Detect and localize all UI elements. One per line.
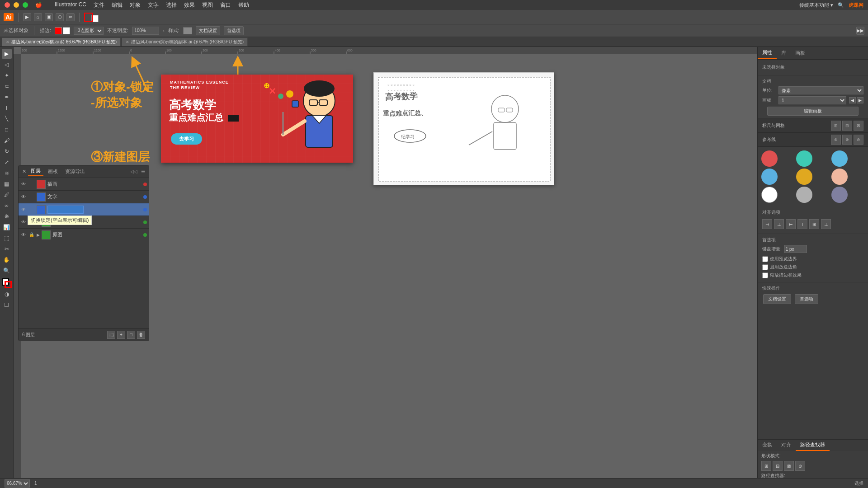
pen-tool[interactable]: ✒	[2, 92, 12, 102]
new-sublayer-btn[interactable]: +	[117, 331, 125, 339]
maximize-dot[interactable]	[23, 2, 28, 8]
grid-toggle-icon[interactable]: ⊟	[842, 121, 852, 131]
align-center-h[interactable]: ⊥	[774, 219, 784, 229]
guide-icon3[interactable]: ⊘	[854, 135, 863, 145]
menu-edit[interactable]: 编辑	[112, 1, 123, 9]
rotate-tool[interactable]: ↻	[2, 146, 12, 156]
delete-layer-btn[interactable]: 🗑	[137, 331, 145, 339]
search-icon[interactable]: 🔍	[838, 2, 844, 8]
doc-settings-btn[interactable]: 文档设置	[196, 26, 220, 35]
tab-transform[interactable]: 变换	[758, 440, 777, 451]
magic-wand-tool[interactable]: ✦	[2, 70, 12, 80]
layer-eye-colors[interactable]: 👁	[20, 219, 27, 225]
selection-tool[interactable]: ▶	[2, 49, 12, 59]
swatch-orange[interactable]	[796, 169, 812, 185]
menu-object[interactable]: 对象	[130, 1, 141, 9]
quick-prefs[interactable]: 首选项	[795, 294, 818, 304]
tab-properties[interactable]: 属性	[758, 47, 777, 59]
tab-align[interactable]: 对齐	[777, 440, 796, 451]
hand-tool[interactable]: ✋	[2, 255, 12, 265]
symbol-tool[interactable]: ❋	[2, 211, 12, 221]
menu-select[interactable]: 选择	[166, 1, 177, 9]
board-select[interactable]: 1	[778, 96, 846, 104]
panel-collapse-btn[interactable]: ◁◁	[130, 169, 137, 174]
rect-tool[interactable]: □	[2, 125, 12, 135]
swatch-gray[interactable]	[796, 187, 812, 203]
edit-board-btn[interactable]: 编辑画板	[767, 107, 859, 116]
ai-tool4[interactable]: ⬡	[56, 13, 64, 21]
align-right[interactable]: ⊢	[786, 219, 796, 229]
layers-tab[interactable]: 图层	[28, 167, 43, 176]
gradient-tool[interactable]: ▦	[2, 179, 12, 189]
layer-item-editing[interactable]: 👁 切换锁定(空白表示可编辑)	[19, 203, 149, 216]
unit-select[interactable]: 像素	[778, 86, 863, 94]
lasso-tool[interactable]: ⊂	[2, 81, 12, 91]
layer-expand-original[interactable]: ▶	[37, 233, 40, 237]
menu-file[interactable]: 文件	[94, 1, 104, 9]
zoom-tool[interactable]: 🔍	[2, 266, 12, 276]
tab-copy[interactable]: ✕ 描边风-banner演示稿的副本.ai @ 67% (RGB/GPU 预览)	[122, 38, 248, 47]
prefs-btn[interactable]: 首选项	[224, 26, 244, 35]
snap-increment-input[interactable]	[784, 245, 807, 253]
panel-toggle-btn[interactable]: ▶▶	[856, 27, 864, 35]
swatch-lavender[interactable]	[831, 187, 848, 203]
menu-window[interactable]: 窗口	[220, 1, 231, 9]
type-tool[interactable]: T	[2, 103, 12, 113]
layer-eye-illustration[interactable]: 👁	[20, 181, 27, 188]
graph-tool[interactable]: 📊	[2, 222, 12, 232]
stroke-square[interactable]	[5, 281, 12, 288]
paint-tool[interactable]: 🖌	[2, 136, 12, 145]
tab-artboards[interactable]: 画板	[791, 48, 810, 58]
slice-tool[interactable]: ✂	[2, 244, 12, 254]
layer-item-text[interactable]: 👁 文字	[19, 191, 149, 203]
exclude-btn[interactable]: ⊘	[795, 461, 805, 471]
menu-illustrator[interactable]: Illustrator CC	[55, 1, 86, 9]
align-center-v[interactable]: ⊞	[809, 219, 819, 229]
panel-menu-btn[interactable]: ☰	[141, 169, 145, 174]
guide-icon2[interactable]: ⊗	[842, 135, 852, 145]
select-tool[interactable]: ▶	[23, 13, 31, 21]
board-prev[interactable]: ◀	[849, 97, 856, 103]
opacity-input[interactable]	[132, 27, 159, 35]
menu-view[interactable]: 视图	[202, 1, 213, 9]
ruler-toggle-icon[interactable]: ⊞	[831, 121, 841, 131]
minus-front-btn[interactable]: ⊟	[773, 461, 783, 471]
layer-eye-original[interactable]: 👁	[20, 232, 27, 238]
new-layer-btn[interactable]: □	[127, 331, 135, 339]
preview-bounds-checkbox[interactable]	[762, 256, 768, 262]
board-next[interactable]: ▶	[857, 97, 863, 103]
minimize-dot[interactable]	[14, 2, 19, 8]
layers-close-btn[interactable]: ✕	[22, 169, 26, 174]
ai-tool3[interactable]: ▣	[45, 13, 53, 21]
swatch-teal[interactable]	[796, 150, 812, 167]
tab-main-close[interactable]: ✕	[6, 40, 9, 44]
layer-lock-text[interactable]	[28, 194, 35, 200]
line-tool[interactable]: ╲	[2, 114, 12, 124]
align-left[interactable]: ⊣	[762, 219, 772, 229]
guide-icon1[interactable]: ⊕	[831, 135, 841, 145]
layer-item-original[interactable]: 👁 🔒 ▶ 原图	[19, 229, 149, 241]
direct-selection-tool[interactable]: ◁	[2, 60, 12, 70]
ai-tool5[interactable]: ✏	[66, 13, 75, 21]
layer-lock-original[interactable]: 🔒	[28, 232, 35, 238]
blend-tool[interactable]: ∞	[2, 201, 12, 211]
warp-tool[interactable]: ≋	[2, 168, 12, 178]
layer-eye-text[interactable]: 👁	[20, 194, 27, 200]
screen-mode-btn[interactable]: ☐	[2, 300, 12, 310]
swatch-peach[interactable]	[831, 169, 848, 185]
banner-cta[interactable]: 去学习	[171, 133, 202, 145]
swatch-red[interactable]	[761, 150, 778, 167]
scale-strokes-checkbox[interactable]	[762, 272, 768, 278]
layer-eye-editing[interactable]: 👁	[20, 206, 27, 213]
menu-text[interactable]: 文字	[148, 1, 159, 9]
ai-tool2[interactable]: ⌂	[34, 13, 42, 21]
layer-item-illustration[interactable]: 👁 插画	[19, 178, 149, 191]
align-bottom[interactable]: ⊥	[821, 219, 831, 229]
quick-doc-settings[interactable]: 文档设置	[763, 294, 791, 304]
menu-help[interactable]: 帮助	[238, 1, 249, 9]
layer-lock-illustration[interactable]	[28, 181, 35, 188]
eyedropper-tool[interactable]: 🖊	[2, 190, 12, 200]
export-tab[interactable]: 资源导出	[62, 167, 88, 176]
style-swatch[interactable]	[183, 27, 192, 34]
layer-lock-editing[interactable]	[28, 206, 35, 213]
